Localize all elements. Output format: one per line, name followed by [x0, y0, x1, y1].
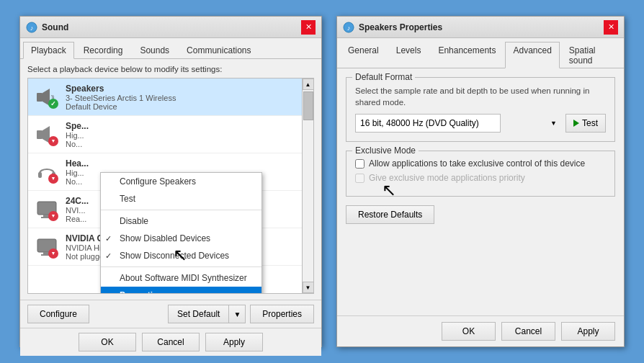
speakers-title-text: Speakers Properties [359, 22, 442, 32]
device-sub-2: Hig... [66, 131, 308, 140]
svg-rect-2 [37, 93, 43, 102]
device-list[interactable]: ) ) Speakers 3- SteelSeries Arctis 1 Wir… [27, 78, 314, 294]
sound-close-button[interactable]: ✕ [301, 20, 316, 35]
svg-text:♪: ♪ [347, 24, 351, 32]
tab-levels[interactable]: Levels [388, 42, 429, 68]
sound-title-icon: ♪ [26, 22, 37, 33]
speakers-dialog: ♪ Speakers Properties ✕ General Levels E… [336, 16, 625, 347]
red-down-badge-nvidia [48, 248, 58, 259]
test-button[interactable]: Test [565, 114, 606, 133]
exclusive-mode-title: Exclusive Mode [352, 145, 419, 156]
menu-divider-1 [101, 210, 261, 210]
menu-show-disabled[interactable]: ✓ Show Disabled Devices [101, 230, 261, 247]
sound-content: Select a playback device below to modify… [20, 59, 321, 300]
sound-tabs: Playback Recording Sounds Communications [20, 38, 321, 59]
allow-exclusive-row: Allow applications to take exclusive con… [355, 158, 606, 169]
sound-apply-button[interactable]: Apply [205, 333, 263, 351]
sound-title-bar: ♪ Sound ✕ [20, 17, 321, 38]
red-down-badge-3 [48, 174, 58, 184]
scroll-thumb[interactable] [303, 91, 313, 120]
green-check-badge [48, 99, 58, 109]
sound-ok-button[interactable]: OK [79, 333, 136, 351]
select-down-icon: ▼ [550, 120, 557, 127]
exclusive-mode-group: Exclusive Mode Allow applications to tak… [346, 151, 615, 197]
tab-spatial-sound[interactable]: Spatial sound [561, 42, 621, 68]
play-icon [573, 120, 579, 127]
tab-recording[interactable]: Recording [76, 42, 131, 59]
priority-label: Give exclusive mode applications priorit… [369, 173, 525, 183]
menu-disable[interactable]: Disable [101, 212, 261, 230]
speakers-title-icon: ♪ [343, 22, 354, 33]
format-row: 16 bit, 48000 Hz (DVD Quality) 24 bit, 4… [355, 114, 606, 133]
svg-rect-6 [37, 130, 43, 139]
device-info-speakers: Speakers 3- SteelSeries Arctis 1 Wireles… [66, 84, 308, 111]
format-select[interactable]: 16 bit, 48000 Hz (DVD Quality) 24 bit, 4… [355, 114, 501, 133]
checkmark-show-disconnected: ✓ [105, 251, 115, 261]
speakers-content: Default Format Select the sample rate an… [337, 68, 624, 315]
set-default-split-button: Set Default ▼ [168, 305, 246, 323]
speakers-cancel-button[interactable]: Cancel [501, 322, 555, 341]
device-item-2[interactable]: Spe... Hig... No... [28, 116, 313, 153]
speakers-ok-buttons: OK Cancel Apply [337, 315, 624, 346]
sound-dialog: ♪ Sound ✕ Playback Recording Sounds Comm… [19, 16, 322, 347]
sound-ok-buttons: OK Cancel Apply [20, 328, 321, 356]
default-format-desc: Select the sample rate and bit depth to … [355, 85, 606, 108]
menu-divider-2 [101, 266, 261, 267]
red-down-badge-2 [48, 136, 58, 146]
menu-test[interactable]: Test [101, 190, 261, 207]
format-select-wrapper: 16 bit, 48000 Hz (DVD Quality) 24 bit, 4… [355, 114, 560, 133]
svg-text:♪: ♪ [30, 24, 34, 32]
tab-sounds[interactable]: Sounds [132, 42, 177, 59]
headphone-icon [34, 159, 60, 185]
menu-about-midi[interactable]: About Software MIDI Synthesizer [101, 269, 261, 287]
set-default-button[interactable]: Set Default [169, 305, 229, 323]
red-down-badge-4 [48, 211, 58, 221]
device-name-3: Hea... [66, 158, 308, 169]
device-status-speakers: Default Device [66, 102, 308, 111]
sound-title-left: ♪ Sound [26, 22, 68, 33]
tab-enhancements[interactable]: Enhancements [430, 42, 504, 68]
sound-bottom-row: Configure Set Default ▼ Properties [20, 300, 321, 328]
speaker-icon-2 [34, 122, 60, 148]
menu-show-disconnected[interactable]: ✓ Show Disconnected Devices [101, 247, 261, 264]
speakers-close-button[interactable]: ✕ [604, 20, 618, 35]
menu-properties[interactable]: Properties [101, 287, 261, 294]
context-menu: Configure Speakers Test Disable ✓ Show D… [100, 172, 262, 294]
speakers-apply-button[interactable]: Apply [561, 322, 615, 341]
checkmark-show-disabled: ✓ [105, 234, 115, 243]
tab-communications[interactable]: Communications [179, 42, 259, 59]
device-name-speakers: Speakers [66, 84, 308, 94]
tab-playback[interactable]: Playback [23, 42, 74, 59]
device-item-speakers[interactable]: ) ) Speakers 3- SteelSeries Arctis 1 Wir… [28, 79, 313, 116]
allow-exclusive-checkbox[interactable] [355, 159, 365, 169]
device-sub-speakers: 3- SteelSeries Arctis 1 Wireless [66, 94, 308, 102]
monitor-icon-4 [34, 197, 60, 223]
tab-advanced[interactable]: Advanced [505, 42, 559, 68]
sound-title-text: Sound [42, 22, 68, 32]
scroll-down-arrow[interactable]: ▼ [303, 282, 314, 293]
priority-row: Give exclusive mode applications priorit… [355, 173, 606, 183]
priority-checkbox[interactable] [355, 174, 365, 183]
device-name-2: Spe... [66, 121, 308, 131]
speakers-ok-button[interactable]: OK [442, 322, 496, 341]
menu-configure-speakers[interactable]: Configure Speakers [101, 173, 261, 190]
device-list-scrollbar[interactable]: ▲ ▼ [302, 79, 313, 293]
speakers-title-bar: ♪ Speakers Properties ✕ [337, 17, 624, 38]
scroll-up-arrow[interactable]: ▲ [303, 79, 314, 90]
default-format-title: Default Format [352, 72, 415, 82]
sound-cancel-button[interactable]: Cancel [142, 333, 200, 351]
properties-button[interactable]: Properties [250, 305, 314, 323]
monitor-icon-nvidia [34, 234, 60, 260]
speakers-tabs: General Levels Enhancements Advanced Spa… [337, 38, 624, 68]
playback-label: Select a playback device below to modify… [27, 65, 314, 73]
speakers-title-left: ♪ Speakers Properties [343, 22, 442, 33]
tab-general[interactable]: General [340, 42, 387, 68]
configure-button[interactable]: Configure [27, 305, 89, 323]
device-status-2: No... [66, 140, 308, 148]
allow-exclusive-label: Allow applications to take exclusive con… [369, 158, 585, 169]
restore-defaults-button[interactable]: Restore Defaults [346, 205, 434, 224]
device-info-2: Spe... Hig... No... [66, 121, 308, 148]
speaker-icon: ) ) [34, 84, 60, 110]
restore-defaults-area: Restore Defaults [346, 205, 615, 224]
set-default-arrow-button[interactable]: ▼ [229, 305, 245, 323]
